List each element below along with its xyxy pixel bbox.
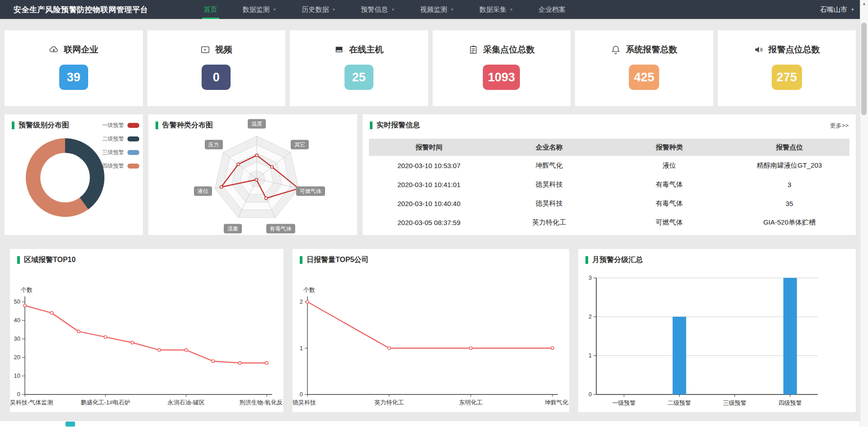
stat-card-header: 联网企业 [5,44,143,56]
table-cell: 德昊科技 [489,175,609,194]
legend-swatch [127,150,139,155]
stat-value-badge: 39 [59,65,88,90]
nav-item-4[interactable]: 视频监测▼ [407,0,467,19]
svg-text:50: 50 [14,298,20,305]
table-cell: 2020-03-10 10:40:40 [369,194,489,213]
legend-label: 四级预警 [102,162,124,170]
table-header-cell: 企业名称 [489,139,609,156]
stat-label: 在线主机 [349,44,383,56]
radar-axis-label: 其它 [291,140,309,149]
chevron-down-icon: ▼ [273,8,277,12]
page-scrollbar[interactable]: ▲ [860,0,868,427]
legend-swatch [127,136,139,141]
svg-text:0: 0 [300,391,303,398]
nav-item-label: 企业档案 [538,5,566,14]
app-title: 安全生产风险预警防控物联网管理平台 [14,5,148,15]
legend-item-3[interactable]: 四级预警 [102,162,139,170]
table-cell: 坤辉气化 [489,156,609,175]
middle-row: 预警级别分布图 一级预警二级预警三级预警四级预警 告警种类分布图 温度其它可燃气… [5,114,856,235]
nav-item-5[interactable]: 数据采集▼ [467,0,526,19]
cloud-upload-icon [49,45,59,55]
stat-value-badge: 425 [629,65,659,90]
region-selector[interactable]: 石嘴山市 ▼ [820,0,854,19]
realtime-alarm-panel: 实时报警信息 更多>> 报警时间企业名称报警种类报警点位2020-03-10 1… [363,114,856,235]
chevron-down-icon: ▼ [509,8,513,12]
nav-item-label: 首页 [204,5,217,14]
table-row[interactable]: 2020-03-10 10:41:01德昊科技有毒气体3 [369,175,849,194]
svg-text:荆洪生物-氧化反: 荆洪生物-氧化反 [240,399,283,406]
stat-card-header: 视频 [147,44,286,56]
svg-text:1: 1 [300,345,303,352]
panel-title: 实时报警信息 [377,121,420,130]
nav-item-6[interactable]: 企业档案 [526,0,578,19]
nav-item-0[interactable]: 首页 [191,0,230,19]
panel-accent-bar [17,256,20,264]
table-row[interactable]: 2020-03-10 10:40:40德昊科技有毒气体35 [369,194,849,213]
svg-text:四级预警: 四级预警 [778,399,802,406]
radar-axis-label: 可燃气体 [296,187,325,196]
stat-label: 采集点位总数 [483,44,535,56]
svg-text:永润石油-罐区: 永润石油-罐区 [167,399,204,406]
nav-item-2[interactable]: 历史数据▼ [289,0,348,19]
table-cell: 3 [729,175,849,194]
nav-item-1[interactable]: 数据监测▼ [230,0,289,19]
table-row[interactable]: 2020-03-05 08:37:59英力特化工可燃气体GIA-520单体贮槽 [369,213,849,232]
panel-header: 日报警量TOP5公司 [300,255,369,265]
panel-accent-bar [156,122,158,129]
panel-accent-bar [300,256,302,264]
legend-item-2[interactable]: 三级预警 [102,149,139,156]
chevron-down-icon: ▼ [332,8,335,12]
table-row[interactable]: 2020-03-10 10:53:07坤辉气化液位精醇南罐液位GT_203 [369,156,849,175]
panel-header: 预警级别分布图 [12,121,69,130]
daily-alarm-panel: 日报警量TOP5公司 012个数德昊科技英力特化工东明化工坤辉气化 [292,249,569,412]
svg-text:坤辉气化: 坤辉气化 [544,399,568,406]
svg-text:英力特化工: 英力特化工 [374,399,404,406]
table-cell: 液位 [609,156,730,175]
table-header-cell: 报警种类 [609,139,730,156]
more-link[interactable]: 更多>> [830,122,849,130]
table-cell: 2020-03-05 08:37:59 [369,213,489,232]
svg-text:鹏盛化工-1#电石炉: 鹏盛化工-1#电石炉 [80,399,130,406]
scroll-up-icon[interactable]: ▲ [860,0,868,8]
stat-card-header: 系统报警总数 [575,44,713,56]
legend-label: 三级预警 [102,149,124,156]
scrollbar-thumb[interactable] [861,23,867,115]
stat-value-badge: 275 [772,65,802,90]
region-label: 石嘴山市 [820,5,847,14]
panel-title: 日报警量TOP5公司 [307,255,369,265]
svg-text:2: 2 [300,298,303,305]
table-cell: 可燃气体 [609,213,730,232]
nav-item-label: 数据采集 [479,5,506,14]
radar-axis-label: 压力 [205,140,223,149]
table-cell: 精醇南罐液位GT_203 [729,156,849,175]
svg-text:30: 30 [14,335,20,342]
table-header-cell: 报警时间 [369,139,489,156]
stat-label: 视频 [215,44,232,56]
stat-value-badge: 25 [344,65,373,90]
legend-item-1[interactable]: 二级预警 [102,135,139,143]
legend-swatch [127,123,139,128]
svg-text:10: 10 [14,372,20,379]
panel-header: 实时报警信息 [370,121,420,130]
radar-axis-label: 有毒气体 [266,224,295,233]
alarm-table: 报警时间企业名称报警种类报警点位2020-03-10 10:53:07坤辉气化液… [369,139,849,232]
stat-card-header: 报警点位总数 [718,44,856,56]
stat-card-0: 联网企业39 [5,30,143,106]
svg-text:昊科技-气体监测: 昊科技-气体监测 [10,399,53,406]
legend-item-0[interactable]: 一级预警 [102,122,139,129]
pie-legend: 一级预警二级预警三级预警四级预警 [102,122,139,170]
radar-axis-label: 液位 [194,187,212,196]
stat-card-5: 报警点位总数275 [718,30,856,106]
main-menu: 首页数据监测▼历史数据▼预警信息▼视频监测▼数据采集▼企业档案 [191,0,579,19]
svg-text:个数: 个数 [303,286,315,293]
daily-alarm-line-chart: 012个数德昊科技英力特化工东明化工坤辉气化 [292,275,569,412]
legend-swatch [127,164,139,169]
table-cell: 2020-03-10 10:53:07 [369,156,489,175]
nav-item-label: 视频监测 [420,5,447,14]
chevron-down-icon: ▼ [391,8,395,12]
nav-item-3[interactable]: 预警信息▼ [348,0,407,19]
table-cell: 35 [729,194,849,213]
nav-item-label: 数据监测 [243,5,270,14]
bottom-row: 区域报警TOP10 01020304050个数昊科技-气体监测鹏盛化工-1#电石… [10,249,856,412]
nav-item-label: 预警信息 [361,5,388,14]
